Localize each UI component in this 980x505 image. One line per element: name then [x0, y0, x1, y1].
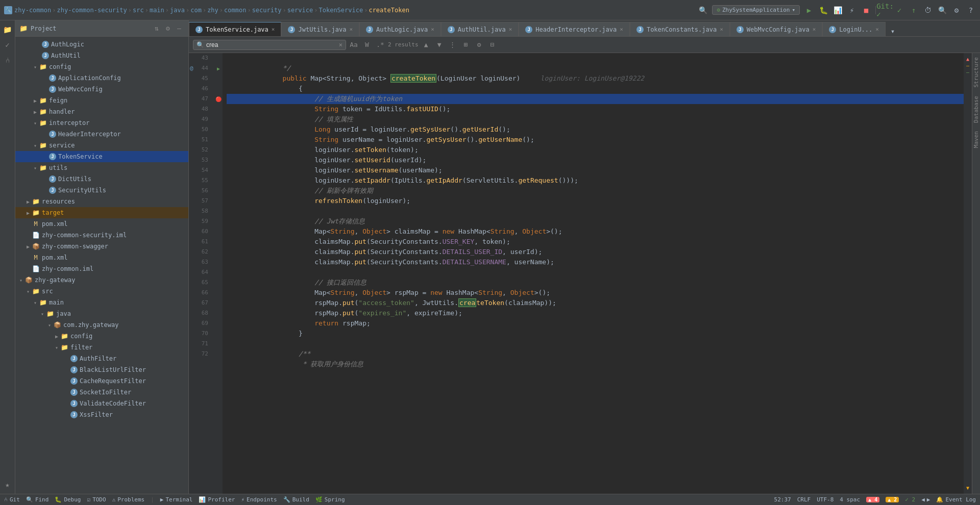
status-endpoints[interactable]: ⚡ Endpoints — [241, 496, 277, 503]
tree-item-authutil[interactable]: J AuthUtil — [15, 50, 188, 61]
status-indent[interactable]: 4 spac — [840, 496, 860, 503]
breadcrumb-item[interactable]: com — [190, 7, 202, 14]
breadcrumb-item[interactable]: zhy-common — [14, 7, 51, 14]
status-debug[interactable]: 🐛 Debug — [55, 496, 81, 503]
run-btn[interactable]: ▶ — [804, 5, 814, 15]
status-warnings-count[interactable]: ▲ 2 — [886, 496, 899, 503]
status-git[interactable]: ⑃ Git — [4, 496, 20, 503]
breadcrumb-item[interactable]: src — [133, 7, 144, 14]
tree-item-config2[interactable]: ▶ 📁 config — [15, 331, 188, 342]
filter-results-btn[interactable]: ⋮ — [447, 39, 458, 50]
breadcrumb-item[interactable]: security — [252, 7, 282, 14]
panel-settings-btn[interactable]: ⚙ — [163, 23, 173, 34]
tab-tokenconstants[interactable]: J TokenConstants.java × — [630, 22, 730, 36]
tab-close-btn[interactable]: × — [875, 26, 879, 33]
tree-item-gateway[interactable]: ▾ 📦 zhy-gateway — [15, 274, 188, 286]
code-editor[interactable]: 43 44 45 46 47 48 49 50 51 52 53 54 55 5… — [189, 53, 980, 494]
tree-item-authfilter[interactable]: J AuthFilter — [15, 353, 188, 364]
coverage-btn[interactable]: 📊 — [832, 5, 843, 15]
tree-item-iml2[interactable]: 📄 zhy-common.iml — [15, 263, 188, 274]
search-input[interactable] — [206, 41, 337, 48]
tree-item-headerinterceptor[interactable]: J HeaderInterceptor — [15, 129, 188, 140]
code-content[interactable]: */ public Map<String, Object> createToke… — [223, 53, 980, 494]
case-sensitive-btn[interactable]: Aa — [348, 39, 359, 50]
status-line-ending[interactable]: CRLF — [797, 496, 811, 503]
breadcrumb-item[interactable]: java — [170, 7, 185, 14]
breadcrumb-item[interactable]: main — [150, 7, 164, 14]
status-spring[interactable]: 🌿 Spring — [315, 496, 345, 503]
tree-item-interceptor[interactable]: ▾ 📁 interceptor — [15, 117, 188, 129]
tree-item-socketiofilter[interactable]: J SocketIoFilter — [15, 387, 188, 398]
tab-headerinterceptor[interactable]: J HeaderInterceptor.java × — [519, 22, 630, 36]
tab-close-btn[interactable]: × — [720, 26, 723, 33]
status-todo[interactable]: ☑ TODO — [87, 496, 106, 503]
status-problems[interactable]: ⚠ Problems — [112, 496, 145, 503]
sidebar-icon-favorites[interactable]: ★ — [1, 477, 15, 492]
tree-item-pom2[interactable]: M pom.xml — [15, 252, 188, 263]
status-find[interactable]: 🔍 Find — [26, 496, 49, 503]
tree-item-src[interactable]: ▾ 📁 src — [15, 286, 188, 297]
tab-jwtutils[interactable]: J JwtUtils.java × — [281, 22, 359, 36]
sidebar-icon-git[interactable]: ⑃ — [1, 53, 15, 67]
tree-item-securityutils[interactable]: J SecurityUtils — [15, 185, 188, 196]
profile-btn[interactable]: ⚡ — [847, 5, 857, 15]
maven-panel-label[interactable]: Maven — [972, 127, 980, 152]
tree-item-applicationconfig[interactable]: J ApplicationConfig — [15, 72, 188, 84]
tabs-overflow-btn[interactable]: ▾ — [888, 26, 898, 36]
clear-search-btn[interactable]: × — [339, 41, 342, 48]
status-errors-count[interactable]: ▲ 4 — [866, 496, 879, 503]
tree-item-validatecodefilter[interactable]: J ValidateCodeFilter — [15, 398, 188, 409]
tree-item-resources[interactable]: ▶ 📁 resources — [15, 196, 188, 207]
tree-item-package[interactable]: ▾ 📦 com.zhy.gateway — [15, 319, 188, 331]
tree-item-cacherequestfilter[interactable]: J CacheRequestFilter — [15, 375, 188, 387]
tree-item-tokenservice[interactable]: J TokenService — [15, 151, 188, 162]
breadcrumb-item[interactable]: zhy — [207, 7, 218, 14]
tab-authlogic[interactable]: J AuthLogic.java × — [359, 22, 441, 36]
tree-item-xssfilter[interactable]: J XssFilter — [15, 409, 188, 420]
status-build[interactable]: 🔧 Build — [283, 496, 309, 503]
tab-close-btn[interactable]: × — [813, 26, 816, 33]
tree-item-utils[interactable]: ▾ 📁 utils — [15, 162, 188, 173]
tab-close-btn[interactable]: × — [349, 26, 353, 33]
breadcrumb-item[interactable]: common — [224, 7, 246, 14]
status-terminal[interactable]: ▶ Terminal — [160, 496, 193, 503]
sidebar-icon-commit[interactable]: ✓ — [1, 38, 15, 52]
tree-item-filter[interactable]: ▾ 📁 filter — [15, 342, 188, 353]
search-everywhere-btn[interactable]: 🔍 — [698, 5, 708, 15]
panel-expand-btn[interactable]: ⇅ — [152, 23, 162, 34]
options-btn[interactable]: ⚙ — [474, 39, 485, 50]
tab-close-btn[interactable]: × — [272, 26, 275, 33]
panel-minus-btn[interactable]: — — [174, 23, 184, 34]
history-btn[interactable]: ⏱ — [923, 5, 933, 15]
stop-btn[interactable]: ■ — [861, 5, 871, 15]
breadcrumb-item-service[interactable]: service — [287, 7, 313, 14]
database-panel-label[interactable]: Database — [972, 92, 980, 127]
tab-close-btn[interactable]: × — [509, 26, 512, 33]
tree-item-config[interactable]: ▾ 📁 config — [15, 61, 188, 72]
status-encoding[interactable]: UTF-8 — [817, 496, 834, 503]
zoom-btn[interactable]: 🔍 — [937, 5, 947, 15]
nav-next[interactable]: ▶ — [927, 496, 930, 503]
nav-prev[interactable]: ◀ — [921, 496, 925, 503]
git-status[interactable]: Git: ✓ — [880, 5, 890, 15]
status-profiler[interactable]: 📊 Profiler — [199, 496, 235, 503]
close-find-btn[interactable]: ⊞ — [460, 39, 472, 50]
tab-webmvcconfig[interactable]: J WebMvcConfig.java × — [730, 22, 822, 36]
tree-item-swagger[interactable]: ▶ 📦 zhy-common-swagger — [15, 241, 188, 252]
tree-item-handler[interactable]: ▶ 📁 handler — [15, 106, 188, 117]
tab-authutil[interactable]: J AuthUtil.java × — [441, 22, 519, 36]
tree-item-main[interactable]: ▾ 📁 main — [15, 297, 188, 308]
tree-item-authlogic[interactable]: J AuthLogic — [15, 39, 188, 50]
commit-btn[interactable]: ✓ — [894, 5, 904, 15]
tab-close-btn[interactable]: × — [620, 26, 623, 33]
run-config[interactable]: ⚙ ZhySystemApplication ▾ — [712, 5, 800, 15]
settings-btn[interactable]: ⚙ — [951, 5, 962, 15]
prev-result-btn[interactable]: ▲ — [421, 39, 432, 50]
status-position[interactable]: 52:37 — [774, 496, 791, 503]
tree-item-target[interactable]: ▶ 📁 target — [15, 207, 188, 218]
gutter-run-btn[interactable]: ▶ — [214, 63, 223, 73]
tab-tokenservice[interactable]: J TokenService.java × — [189, 22, 281, 36]
breadcrumb-item[interactable]: zhy-common-security — [57, 7, 127, 14]
tree-item-webmvcconfig[interactable]: J WebMvcConfig — [15, 84, 188, 95]
regex-btn[interactable]: .* — [375, 39, 386, 50]
